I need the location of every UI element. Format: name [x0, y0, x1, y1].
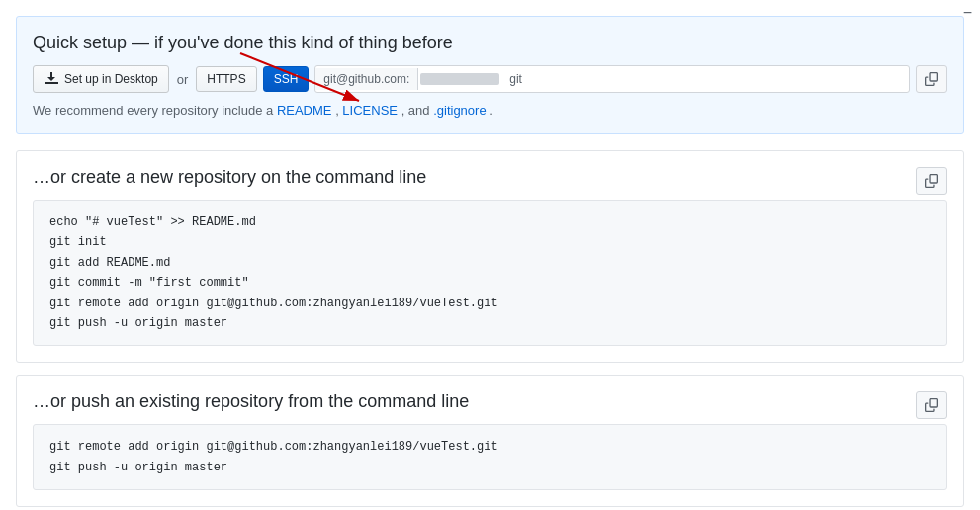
code-line-4: git commit -m "first commit"	[49, 273, 931, 293]
quick-setup-section: Quick setup — if you've done this kind o…	[16, 16, 964, 134]
existing-code-line-1: git remote add origin git@github.com:zha…	[49, 437, 931, 457]
url-suffix: git	[501, 68, 530, 90]
or-text: or	[175, 72, 191, 87]
readme-link[interactable]: README	[277, 103, 332, 118]
new-repo-section: …or create a new repository on the comma…	[16, 150, 964, 363]
new-repo-title: …or create a new repository on the comma…	[33, 167, 947, 188]
copy-url-button[interactable]	[916, 65, 947, 93]
code-line-6: git push -u origin master	[49, 313, 931, 333]
license-link[interactable]: LICENSE	[342, 103, 398, 118]
copy-existing-repo-icon	[925, 397, 938, 413]
code-line-5: git remote add origin git@github.com:zha…	[49, 294, 931, 313]
copy-existing-repo-button[interactable]	[916, 391, 947, 419]
url-blurred-value	[420, 73, 499, 85]
code-line-3: git add README.md	[49, 253, 931, 273]
existing-repo-section: …or push an existing repository from the…	[16, 375, 964, 507]
minimize-button[interactable]: −	[963, 4, 972, 22]
code-line-1: echo "# vueTest" >> README.md	[49, 212, 931, 232]
existing-repo-code-block: git remote add origin git@github.com:zha…	[33, 424, 947, 490]
quick-setup-title: Quick setup — if you've done this kind o…	[33, 33, 947, 53]
desktop-icon	[44, 71, 59, 87]
recommend-text: We recommend every repository include a …	[33, 103, 947, 118]
existing-repo-title: …or push an existing repository from the…	[33, 391, 947, 412]
url-prefix: git@github.com:	[315, 68, 418, 90]
copy-new-repo-button[interactable]	[916, 167, 947, 195]
url-display: git@github.com: git	[314, 65, 910, 93]
https-button[interactable]: HTTPS	[196, 66, 256, 92]
copy-icon	[925, 71, 938, 87]
existing-code-line-2: git push -u origin master	[49, 458, 931, 477]
new-repo-code-block: echo "# vueTest" >> README.md git init g…	[33, 200, 947, 346]
code-line-2: git init	[49, 232, 931, 252]
copy-new-repo-icon	[925, 173, 938, 189]
gitignore-link[interactable]: .gitignore	[433, 103, 486, 118]
setup-desktop-button[interactable]: Set up in Desktop	[33, 65, 169, 93]
ssh-button[interactable]: SSH	[263, 66, 310, 92]
setup-desktop-label: Set up in Desktop	[64, 72, 158, 86]
protocol-row: Set up in Desktop or HTTPS SSH git@githu…	[33, 65, 947, 93]
